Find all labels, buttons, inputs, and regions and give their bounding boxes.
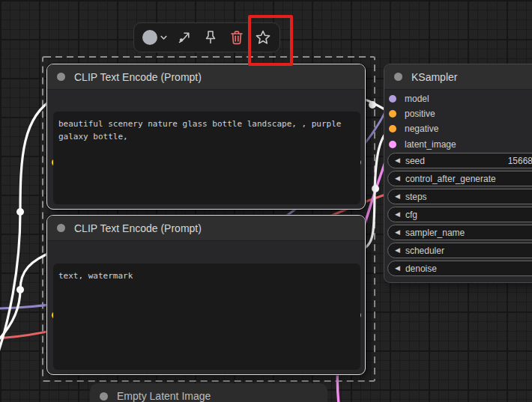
annotation-highlight-box	[248, 15, 293, 66]
input-label: model	[405, 94, 429, 104]
link-midpoint-dot[interactable]	[372, 185, 379, 192]
node-title: CLIP Text Encode (Prompt)	[74, 222, 202, 234]
node-clip-text-encode-positive[interactable]: CLIP Text Encode (Prompt) clip CONDITION…	[46, 64, 366, 210]
prompt-textarea[interactable]: text, watermark	[53, 264, 360, 370]
widget-cfg[interactable]: ◀ cfg	[387, 207, 532, 222]
slot-row: latent_image	[384, 137, 532, 152]
slot-row: model	[384, 91, 532, 106]
input-port-model[interactable]	[389, 95, 396, 103]
slot-row: positive	[384, 106, 532, 121]
widget-denoise[interactable]: ◀ denoise	[387, 261, 532, 276]
collapse-dot-icon[interactable]	[57, 224, 65, 232]
decrement-arrow-icon[interactable]: ◀	[395, 175, 400, 182]
decrement-arrow-icon[interactable]: ◀	[395, 193, 400, 200]
link-midpoint-dot[interactable]	[369, 101, 376, 109]
node-ksampler[interactable]: KSampler model positive negative latent_…	[384, 64, 532, 283]
widget-control-after-generate[interactable]: ◀ control_after_generate	[387, 171, 532, 186]
decrement-arrow-icon[interactable]: ◀	[395, 157, 400, 164]
widget-seed[interactable]: ◀ seed 15668	[387, 153, 532, 168]
input-label: latent_image	[405, 139, 456, 150]
decrement-arrow-icon[interactable]: ◀	[395, 229, 400, 236]
color-swatch-icon	[142, 29, 158, 46]
node-title: Empty Latent Image	[117, 390, 211, 402]
pin-button[interactable]	[202, 28, 220, 46]
node-header[interactable]: KSampler	[384, 64, 532, 90]
node-title: KSampler	[411, 71, 457, 83]
node-header[interactable]: CLIP Text Encode (Prompt)	[47, 64, 365, 90]
node-empty-latent-image[interactable]: Empty Latent Image	[90, 383, 327, 402]
widget-list: ◀ seed 15668 ◀ control_after_generate ◀ …	[384, 153, 532, 278]
collapse-dot-icon[interactable]	[394, 73, 402, 81]
bypass-arrow-button[interactable]	[175, 28, 193, 46]
widget-scheduler[interactable]: ◀ scheduler	[387, 243, 532, 258]
decrement-arrow-icon[interactable]: ◀	[395, 265, 400, 272]
decrement-arrow-icon[interactable]: ◀	[395, 211, 400, 218]
input-port-negative[interactable]	[389, 125, 396, 133]
chevron-down-icon	[160, 35, 167, 40]
collapse-dot-icon[interactable]	[57, 73, 65, 81]
input-label: positive	[405, 109, 435, 119]
comfyui-canvas[interactable]: { "colors": { "annotation_red": "#e3201c…	[0, 0, 532, 402]
widget-steps[interactable]: ◀ steps	[387, 189, 532, 204]
input-label: negative	[405, 124, 438, 134]
widget-value[interactable]: 15668	[508, 156, 532, 166]
widget-sampler-name[interactable]: ◀ sampler_name	[387, 225, 532, 240]
input-port-positive[interactable]	[389, 110, 396, 118]
node-header[interactable]: CLIP Text Encode (Prompt)	[47, 216, 365, 241]
decrement-arrow-icon[interactable]: ◀	[395, 247, 400, 254]
link-midpoint-dot[interactable]	[16, 286, 24, 293]
node-title: CLIP Text Encode (Prompt)	[74, 71, 202, 83]
input-port-latent-image[interactable]	[389, 141, 396, 148]
slot-row: negative	[384, 121, 532, 136]
prompt-textarea[interactable]: beautiful scenery nature glass bottle la…	[53, 112, 360, 204]
link-midpoint-dot[interactable]	[16, 208, 24, 216]
node-clip-text-encode-negative[interactable]: CLIP Text Encode (Prompt) clip CONDITION…	[46, 215, 366, 375]
delete-button[interactable]	[228, 28, 246, 46]
collapse-dot-icon[interactable]	[100, 392, 108, 401]
bypass-arrow-icon	[175, 28, 193, 46]
color-swatch-dropdown-button[interactable]	[142, 29, 167, 46]
pin-icon	[202, 28, 220, 46]
trash-icon	[228, 28, 246, 46]
node-header[interactable]: Empty Latent Image	[90, 383, 327, 402]
